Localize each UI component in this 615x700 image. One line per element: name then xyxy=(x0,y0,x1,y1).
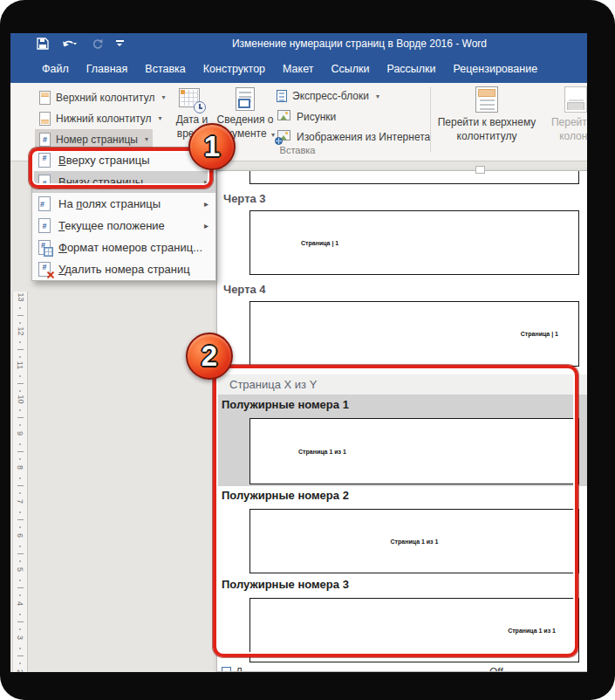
window-title: Изменение нумерации страниц в Ворде 2016… xyxy=(133,38,586,50)
tab-review[interactable]: Рецензирование xyxy=(445,55,547,83)
ruler-mark: 13 xyxy=(13,292,27,326)
gallery-scroll-handle[interactable] xyxy=(475,166,485,174)
footer-button[interactable]: Нижний колонтитул ▾ xyxy=(35,108,167,128)
undo-icon[interactable] xyxy=(62,38,79,49)
ruler-mark: 5 xyxy=(13,564,27,598)
tab-insert[interactable]: Вставка xyxy=(136,55,194,83)
page-number-icon xyxy=(39,133,51,147)
format-page-numbers-icon xyxy=(38,240,51,255)
remove-page-numbers-icon xyxy=(38,262,51,277)
gallery-item-label: Черта 4 xyxy=(223,283,266,296)
pictures-icon xyxy=(277,110,291,123)
ruler-mark: 12 xyxy=(13,326,27,360)
online-pictures-icon xyxy=(277,130,291,143)
chevron-down-icon: ▾ xyxy=(271,131,275,139)
ruler-mark: 4 xyxy=(13,598,27,632)
online-pictures-button[interactable]: Изображения из Интернета xyxy=(277,130,430,143)
annotation-step-1: 1 xyxy=(188,123,236,170)
chevron-down-icon: ▾ xyxy=(145,135,148,143)
title-bar: Изменение нумерации страниц в Ворде 2016… xyxy=(10,33,587,55)
header-icon xyxy=(39,91,51,105)
ribbon-tab-bar: Файл Главная Вставка Конструктор Макет С… xyxy=(10,55,587,83)
gallery-item-charta4[interactable]: Страница | 1 xyxy=(249,301,579,367)
page-number-current-icon xyxy=(38,218,51,233)
ruler-mark: 8 xyxy=(13,462,27,496)
group-label-insert: Вставка xyxy=(245,145,350,155)
menu-item-format-page-numbers[interactable]: Формат номеров страниц... xyxy=(32,237,215,258)
word-window: Изменение нумерации страниц в Ворде 2016… xyxy=(10,33,587,672)
chevron-down-icon: ▾ xyxy=(376,93,379,100)
tab-layout[interactable]: Макет xyxy=(274,55,322,83)
quick-parts-icon xyxy=(277,90,287,102)
quick-parts-button[interactable]: Экспресс-блоки ▾ xyxy=(277,90,379,102)
submenu-arrow-icon: ▸ xyxy=(204,199,208,209)
gallery-item-charta3[interactable]: Страница | 1 xyxy=(249,210,579,275)
ruler-mark: 7 xyxy=(13,496,27,530)
menu-item-remove-page-numbers[interactable]: Удалить номера страниц xyxy=(32,258,215,280)
ruler-mark: 9 xyxy=(13,428,27,462)
page-number-margin-icon xyxy=(38,196,51,211)
tab-home[interactable]: Главная xyxy=(78,55,137,83)
goto-header-icon xyxy=(475,86,498,113)
ruler-mark: 11 xyxy=(13,360,27,394)
vertical-ruler: 13 12 11 10 9 8 7 6 5 4 3 2 xyxy=(12,292,28,672)
pictures-button[interactable]: Рисунки xyxy=(277,110,336,123)
gallery-item-label: Черта 3 xyxy=(223,192,266,205)
annotation-rect-2 xyxy=(213,365,578,657)
submenu-arrow-icon: ▸ xyxy=(204,221,208,230)
chevron-down-icon: ▾ xyxy=(161,93,165,101)
header-button[interactable]: Верхний колонтитул ▾ xyxy=(35,87,169,107)
screenshot-frame: Изменение нумерации страниц в Ворде 2016… xyxy=(0,0,615,700)
office-com-icon xyxy=(222,667,231,672)
chevron-down-icon: ▾ xyxy=(159,114,162,122)
save-icon[interactable] xyxy=(37,38,49,50)
annotation-step-2: 2 xyxy=(186,333,233,380)
tab-design[interactable]: Конструктор xyxy=(195,55,274,83)
group-divider xyxy=(430,87,431,152)
ruler-mark: 2 xyxy=(13,666,27,672)
customize-qat-icon[interactable] xyxy=(116,40,124,47)
ruler-mark: 3 xyxy=(13,632,27,666)
footer-icon xyxy=(39,112,51,126)
goto-header-button[interactable]: Перейти к верхнему колонтитулу xyxy=(434,86,539,143)
page-number-button[interactable]: Номер страницы ▾ xyxy=(35,129,153,149)
tab-file[interactable]: Файл xyxy=(33,55,78,83)
date-time-icon xyxy=(178,87,206,113)
menu-item-page-margins[interactable]: На полях страницы ▸ xyxy=(32,193,215,215)
gallery-preview-partial[interactable] xyxy=(249,170,579,184)
ruler-mark: 6 xyxy=(13,530,27,564)
document-info-icon xyxy=(236,87,255,111)
tab-references[interactable]: Ссылки xyxy=(322,55,378,83)
tab-mailings[interactable]: Рассылки xyxy=(378,55,444,83)
goto-footer-icon xyxy=(564,86,587,113)
gallery-footer-clipped[interactable]: Д Off xyxy=(217,666,587,672)
goto-footer-button[interactable]: Перейти к колонт xyxy=(541,86,587,143)
redo-icon[interactable] xyxy=(92,38,103,50)
ruler-mark: 10 xyxy=(13,394,27,428)
annotation-rect-1 xyxy=(29,148,213,189)
quick-access-toolbar xyxy=(37,37,124,51)
menu-item-current-position[interactable]: Текущее положение ▸ xyxy=(32,215,215,237)
